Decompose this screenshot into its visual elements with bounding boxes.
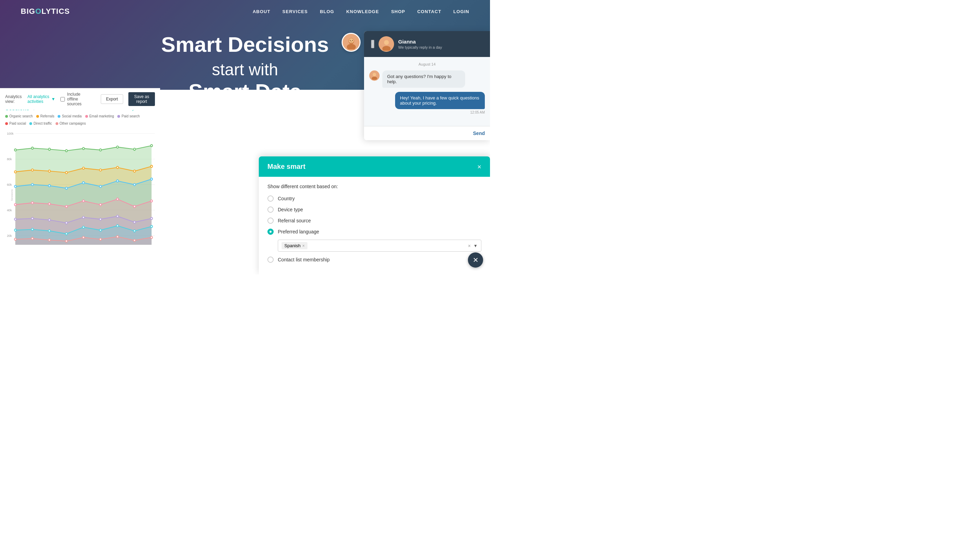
legend-referrals: Referrals	[36, 114, 54, 118]
radio-preferred-language[interactable]	[267, 228, 274, 235]
nav-services[interactable]: SERVICES	[282, 9, 308, 14]
nav-blog[interactable]: BLOG	[320, 9, 334, 14]
nav-login[interactable]: LOGIN	[453, 9, 469, 14]
svg-point-51	[48, 203, 50, 205]
svg-point-60	[48, 219, 50, 221]
svg-point-26	[83, 147, 84, 150]
avatar	[342, 33, 361, 52]
save-report-button[interactable]: Save as report	[128, 92, 155, 106]
legend-dot-organic	[5, 115, 8, 118]
language-tag-input[interactable]	[310, 243, 465, 248]
radio-device-type[interactable]	[267, 206, 274, 213]
tag-clear-icon[interactable]: ×	[468, 243, 471, 249]
nav-about[interactable]: ABOUT	[253, 9, 270, 14]
option-contact-list-label: Contact list membership	[278, 257, 329, 262]
option-country[interactable]: Country	[267, 195, 481, 202]
chart-svg-container: 100k 80k 60k 40k 20k	[5, 128, 155, 259]
spanish-tag[interactable]: Spanish ×	[282, 242, 307, 249]
svg-text:20k: 20k	[7, 234, 12, 237]
svg-point-49	[14, 204, 17, 206]
svg-point-5	[352, 40, 352, 40]
svg-point-64	[117, 215, 119, 217]
offline-checkbox-input[interactable]	[60, 97, 65, 102]
radio-country[interactable]	[267, 195, 274, 202]
chat-send-button[interactable]: Send	[468, 126, 490, 140]
svg-point-53	[83, 200, 84, 202]
chat-agent-name: Gianna	[398, 39, 483, 45]
offline-sources-checkbox[interactable]: Include offline sources	[60, 92, 91, 106]
nav-knowledge[interactable]: KNOWLEDGE	[346, 9, 379, 14]
svg-point-3	[349, 38, 354, 43]
svg-point-63	[99, 218, 102, 220]
chat-input[interactable]	[364, 127, 468, 140]
chat-back-button[interactable]: ‹	[371, 40, 374, 48]
svg-point-40	[14, 185, 17, 187]
svg-point-76	[14, 238, 17, 240]
analytics-view-dropdown[interactable]: All analytics activities ▼	[27, 94, 55, 104]
svg-point-74	[134, 230, 135, 232]
svg-point-78	[48, 239, 50, 241]
svg-text:Sessions: Sessions	[10, 189, 13, 201]
svg-point-7	[384, 40, 389, 45]
svg-point-57	[150, 200, 153, 202]
navigation: BIGOLYTICS ABOUT SERVICES BLOG KNOWLEDGE…	[0, 0, 490, 22]
spanish-tag-remove[interactable]: ×	[302, 243, 305, 248]
svg-point-67	[14, 229, 17, 231]
option-preferred-language-label: Preferred language	[278, 229, 319, 235]
svg-point-34	[65, 172, 68, 174]
logo[interactable]: BIGOLYTICS	[21, 7, 70, 16]
chat-header: ‹ Gianna We typically reply in a day	[364, 31, 490, 57]
svg-point-81	[99, 238, 102, 240]
agent-bubble-avatar	[369, 70, 380, 81]
svg-point-32	[32, 169, 33, 171]
nav-shop[interactable]: SHOP	[391, 9, 405, 14]
option-device-type-label: Device type	[278, 207, 303, 212]
svg-point-23	[32, 147, 33, 149]
svg-point-82	[117, 236, 119, 238]
svg-point-72	[99, 229, 102, 231]
svg-point-59	[32, 217, 33, 220]
make-smart-subtitle: Show different content based on:	[267, 184, 481, 189]
spanish-tag-label: Spanish	[284, 243, 301, 248]
svg-point-46	[117, 180, 119, 182]
option-device-type[interactable]: Device type	[267, 206, 481, 213]
option-contact-list[interactable]: Contact list membership	[267, 257, 481, 263]
legend-dot-other	[56, 122, 58, 125]
svg-point-50	[32, 202, 33, 204]
svg-point-42	[48, 185, 50, 187]
language-tag-input-row[interactable]: Spanish × × ▼	[278, 239, 481, 252]
svg-point-29	[134, 148, 135, 150]
float-close-button[interactable]: ✕	[468, 252, 483, 268]
nav-links: ABOUT SERVICES BLOG KNOWLEDGE SHOP CONTA…	[253, 8, 469, 14]
legend-dot-direct	[29, 122, 32, 125]
chart-legend: Organic search Referrals Social media Em…	[5, 114, 155, 125]
option-preferred-language[interactable]: Preferred language	[267, 228, 481, 235]
svg-point-47	[134, 184, 135, 185]
nav-contact[interactable]: CONTACT	[417, 9, 441, 14]
tag-dropdown-icon[interactable]: ▼	[473, 243, 477, 248]
legend-paid-search: Paid search	[117, 114, 140, 118]
offline-sources-label: Include offline sources	[67, 92, 91, 106]
user-message-text: Hey! Yeah, I have a few quick questions …	[395, 92, 485, 109]
svg-point-68	[32, 228, 33, 230]
option-referral-source[interactable]: Referral source	[267, 217, 481, 224]
legend-organic-search: Organic search	[5, 114, 33, 118]
svg-point-27	[99, 149, 102, 151]
svg-point-41	[32, 184, 33, 185]
svg-point-54	[99, 204, 102, 206]
radio-referral-source[interactable]	[267, 217, 274, 224]
make-smart-close-button[interactable]: ×	[477, 163, 481, 170]
option-referral-source-label: Referral source	[278, 218, 311, 223]
radio-contact-list[interactable]	[267, 257, 274, 263]
svg-point-48	[150, 178, 153, 180]
svg-point-36	[99, 169, 102, 171]
export-button[interactable]: Export	[101, 94, 123, 104]
svg-point-62	[83, 216, 84, 218]
svg-point-73	[117, 225, 119, 227]
make-smart-title: Make smart	[267, 163, 305, 171]
legend-dot-referrals	[36, 115, 39, 118]
svg-point-24	[48, 148, 50, 150]
legend-direct-traffic: Direct traffic	[29, 121, 52, 125]
svg-text:40k: 40k	[7, 208, 12, 212]
svg-point-52	[65, 206, 68, 207]
